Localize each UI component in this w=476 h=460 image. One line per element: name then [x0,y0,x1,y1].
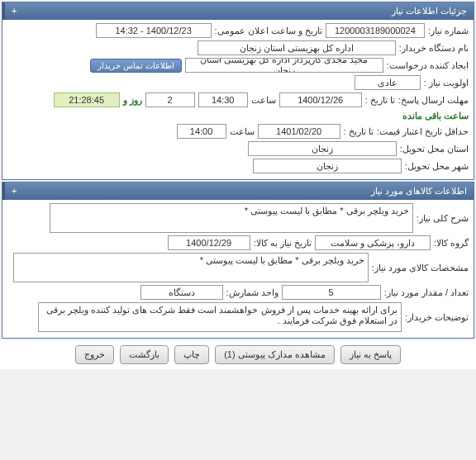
delivery-city-label: شهر محل تحویل: [405,161,469,172]
buyer-notes-label: توضیحات خریدار: [405,312,469,323]
print-button[interactable]: چاپ [174,345,209,364]
respond-button[interactable]: پاسخ به نیاز [340,345,401,364]
details-title: جزئیات اطلاعات نیاز [392,6,467,16]
need-desc-field: خرید ویلچر برقی * مطابق با لیست پیوستی * [50,203,413,233]
need-by-date-field: 1400/12/29 [168,235,250,250]
time-label-1: ساعت [251,95,276,106]
qty-field: 5 [282,285,381,300]
validity-time-field: 14:00 [177,124,226,139]
buyer-org-field: اداره کل بهزیستی استان زنجان [198,40,396,55]
collapse-icon[interactable]: + [12,6,17,16]
goods-group-label: گروه کالا: [434,238,469,249]
item-spec-field: خرید ویلچر برقی * مطابق با لیست پیوستی * [13,253,369,282]
need-details-header: جزئیات اطلاعات نیاز + [2,2,474,20]
need-by-date-label: تاریخ نیاز به کالا: [254,238,312,249]
to-date-label-2: تا تاریخ : [344,126,374,137]
need-number-field: 1200003189000024 [326,23,425,38]
priority-field: عادی [355,75,421,90]
days-remaining-field: 2 [145,92,195,107]
response-date-field: 1400/12/26 [279,92,362,107]
qty-label: تعداد / مقدار مورد نیاز: [384,287,469,298]
items-title: اطلاعات کالاهای مورد نیاز [371,186,467,196]
buyer-notes-field: برای ارائه بهینه خدمات پس از فروش خواهشم… [38,302,402,332]
response-deadline-label: مهلت ارسال پاسخ: [398,95,469,106]
unit-field: دستگاه [140,285,223,300]
need-desc-label: شرح کلی نیاز: [416,213,469,224]
priority-label: اولویت نیاز : [424,78,469,88]
announce-date-label: تاریخ و ساعت اعلان عمومی: [215,26,322,36]
items-header: اطلاعات کالاهای مورد نیاز + [2,183,474,200]
days-and-label: روز و [123,95,142,106]
exit-button[interactable]: خروج [75,345,114,364]
need-details-body: شماره نیاز: 1200003189000024 تاریخ و ساع… [2,20,474,179]
price-validity-label: حداقل تاریخ اعتبار قیمت: [377,126,469,137]
requester-field: مجید مجدی کارپرداز اداره کل بهزیستی استا… [185,58,383,73]
time-label-2: ساعت [230,126,255,137]
goods-group-field: دارو، پزشکی و سلامت [315,235,431,250]
delivery-province-field: زنجان [248,141,397,156]
collapse-icon-2[interactable]: + [12,186,17,196]
hours-remaining-field: 21:28:45 [54,92,120,107]
announce-date-field: 1400/12/23 - 14:32 [96,23,212,38]
button-bar: پاسخ به نیاز مشاهده مدارک پیوستی (1) چاپ… [0,340,476,369]
remaining-label: ساعت باقی مانده [402,111,469,121]
unit-label: واحد شمارش: [226,287,278,298]
items-panel: اطلاعات کالاهای مورد نیاز + شرح کلی نیاز… [2,182,474,339]
need-details-panel: جزئیات اطلاعات نیاز + شماره نیاز: 120000… [2,2,474,180]
validity-date-field: 1401/02/20 [258,124,340,139]
items-body: شرح کلی نیاز: خرید ویلچر برقی * مطابق با… [2,200,474,338]
response-time-field: 14:30 [198,92,248,107]
buyer-org-label: نام دستگاه خریدار: [399,43,469,54]
attachments-button[interactable]: مشاهده مدارک پیوستی (1) [215,345,335,364]
contact-buyer-button[interactable]: اطلاعات تماس خریدار [90,59,182,73]
delivery-city-field: زنجان [253,159,402,173]
requester-label: ایجاد کننده درخواست: [387,60,469,71]
need-number-label: شماره نیاز: [428,26,469,36]
to-date-label-1: تا تاریخ : [365,95,395,106]
delivery-province-label: استان محل تحویل: [400,144,469,154]
back-button[interactable]: بازگشت [120,345,169,364]
item-spec-label: مشخصات کالای مورد نیاز: [372,263,469,273]
